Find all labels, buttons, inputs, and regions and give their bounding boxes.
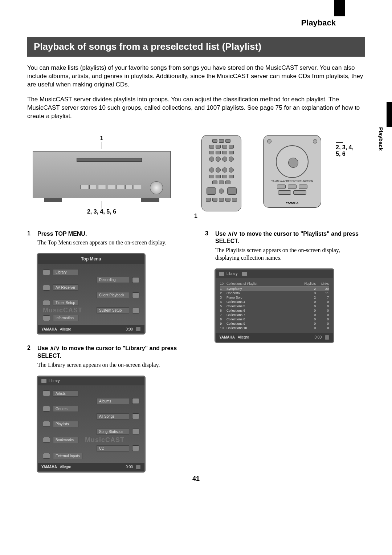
step-3: 3 Use ∧/∨ to move the cursor to "Playlis… (205, 230, 365, 262)
remote-callout-right: 2, 3, 4, 5, 6 (336, 135, 365, 157)
table-row: 1Symphony220 (220, 287, 329, 291)
table-row: 9Collections 900 (220, 321, 329, 326)
table-row: 7Collections 700 (220, 313, 329, 317)
remote-diagram-1: 1 (194, 135, 249, 219)
step-1: 1 Press TOP MENU. The Top Menu screen ap… (27, 230, 187, 247)
step-body: The Playlists screen appears on the on-s… (215, 247, 365, 262)
intro-paragraph-2: The MusicCAST server divides playlists i… (27, 96, 365, 121)
collections-table: 10 Collections of Playlist Playlists Lin… (216, 278, 333, 333)
external-icon (43, 453, 50, 459)
hardware-diagram-row: 1 2, 3, 4, 5, 6 (27, 135, 365, 219)
footer-track: Allegro (60, 327, 71, 331)
intro-paragraph-1: You can make lists (playlists) of your f… (27, 64, 365, 89)
stats-icon (132, 429, 139, 434)
left-column: 1 Press TOP MENU. The Top Menu screen ap… (27, 230, 187, 483)
genres-icon (43, 406, 50, 412)
library-screenshot: Library Artists Albums Genres All Songs … (37, 376, 146, 473)
table-row: 10Collections 1000 (220, 326, 329, 330)
manual-page: Playback Playback Playback of songs from… (0, 0, 392, 494)
setup-icon (132, 308, 139, 313)
footer-time: 0:00 (315, 335, 322, 339)
table-row: 5Collections 500 (220, 304, 329, 308)
musiccast-server-illustration (33, 151, 171, 198)
footer-brand: YAMAHA (41, 465, 57, 469)
section-tab-label: Playback (378, 127, 384, 151)
play-icon (324, 335, 330, 340)
device-callout-bottom: 2, 3, 4, 5, 6 (27, 208, 176, 215)
thumb-tab-side (387, 102, 392, 127)
step-2: 2 Use ∧/∨ to move the cursor to "Library… (27, 345, 187, 369)
table-row: 2Concerto311 (220, 291, 329, 295)
crumb-icon (219, 272, 224, 276)
play-icon (136, 465, 141, 470)
table-row: 6Collections 600 (220, 308, 329, 313)
play-icon (136, 327, 141, 332)
top-menu-screenshot: Top Menu Library Recording AV Receiver C… (37, 253, 146, 335)
device-callout-top: 1 (27, 135, 176, 142)
crumb-icon (41, 379, 46, 383)
footer-brand: YAMAHA (41, 327, 57, 331)
crumb-sep-icon (242, 272, 247, 276)
page-title: Playback of songs from a preselected lis… (27, 37, 365, 57)
footer-track: Allegro (60, 465, 71, 469)
step-number: 3 (205, 230, 210, 246)
client-icon (132, 292, 139, 298)
step-number: 1 (27, 230, 32, 238)
screen-title: Top Menu (38, 254, 144, 264)
step-title: Press TOP MENU. (37, 230, 187, 238)
remote2-function-label: YAMAHA AV RECEIVER/FUNCTION (267, 180, 317, 182)
thumb-tab-top (334, 0, 345, 16)
info-icon (43, 315, 50, 321)
recording-icon (132, 277, 139, 283)
table-row: 3Piano Solo27 (220, 295, 329, 300)
right-column: 3 Use ∧/∨ to move the cursor to "Playlis… (205, 230, 365, 483)
playlists-icon (43, 421, 50, 427)
device-diagram: 1 2, 3, 4, 5, 6 (27, 135, 176, 215)
remote-callout-left: 1 (194, 213, 197, 219)
step-title: Use ∧/∨ to move the cursor to "Library" … (37, 345, 187, 360)
steps-columns: 1 Press TOP MENU. The Top Menu screen ap… (27, 230, 365, 483)
remote-illustration (201, 135, 241, 211)
step-number: 2 (27, 345, 32, 360)
up-down-icon: ∧/∨ (50, 345, 60, 351)
playlists-screenshot: Library 10 Collections of Playlist Playl… (215, 268, 334, 343)
yamaha-logo: YAMAHA (264, 201, 321, 204)
artists-icon (43, 390, 50, 396)
footer-time: 0:00 (126, 465, 133, 469)
songs-icon (132, 413, 139, 419)
step-title: Use ∧/∨ to move the cursor to "Playlists… (215, 230, 365, 246)
page-number: 41 (0, 475, 392, 483)
receiver-icon (43, 285, 50, 291)
timer-icon (43, 300, 50, 306)
cd-icon (132, 445, 139, 451)
remote2-illustration: YAMAHA AV RECEIVER/FUNCTION YAMAHA (263, 135, 321, 208)
remote-diagram-2: YAMAHA AV RECEIVER/FUNCTION YAMAHA (260, 135, 325, 208)
step-body: The Top Menu screen appears on the on-sc… (37, 239, 187, 247)
dpad-icon (276, 145, 309, 178)
up-down-icon: ∧/∨ (228, 231, 238, 237)
footer-brand: YAMAHA (219, 335, 235, 339)
table-row: 8Collections 800 (220, 317, 329, 321)
footer-time: 0:00 (126, 327, 133, 331)
albums-icon (132, 398, 139, 404)
step-body: The Library screen appears on the on-scr… (37, 361, 187, 369)
footer-track: Allegro (238, 335, 249, 339)
table-header: 10 Collections of Playlist Playlists Lin… (220, 281, 329, 287)
bookmarks-icon (43, 437, 50, 443)
breadcrumb: Playback (27, 18, 365, 28)
table-row: 4Collections 400 (220, 300, 329, 304)
library-icon (43, 270, 50, 275)
